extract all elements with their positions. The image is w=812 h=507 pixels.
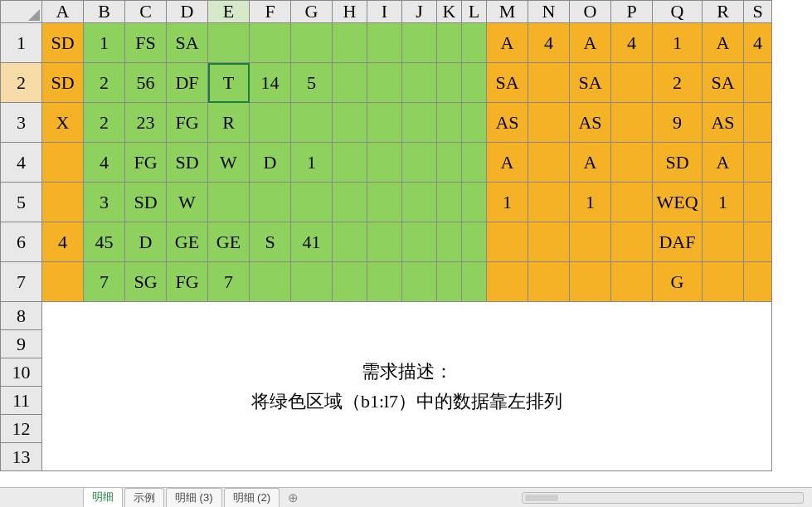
cell-R6[interactable]: [703, 222, 744, 262]
cell-N3[interactable]: [528, 103, 570, 143]
cell-S7[interactable]: [744, 262, 772, 302]
row-header-6[interactable]: 6: [1, 222, 42, 262]
col-header-H[interactable]: H: [333, 1, 367, 23]
col-header-B[interactable]: B: [84, 1, 125, 23]
cell-C2[interactable]: 56: [125, 63, 167, 103]
col-header-G[interactable]: G: [291, 1, 333, 23]
cell-F6[interactable]: S: [250, 222, 291, 262]
cell-H7[interactable]: [333, 262, 367, 302]
cell-M1[interactable]: A: [487, 23, 528, 63]
cell-G1[interactable]: [291, 23, 333, 63]
cell-I4[interactable]: [367, 143, 402, 183]
cell-J2[interactable]: [402, 63, 437, 103]
cell-I3[interactable]: [367, 103, 402, 143]
cell-L6[interactable]: [462, 222, 487, 262]
row-header-12[interactable]: 12: [1, 415, 42, 443]
row-header-11[interactable]: 11: [1, 387, 42, 415]
cell-Q5[interactable]: WEQ: [653, 183, 703, 222]
col-header-E[interactable]: E: [208, 1, 250, 23]
cell-M2[interactable]: SA: [487, 63, 528, 103]
col-header-M[interactable]: M: [487, 1, 528, 23]
cell-L7[interactable]: [462, 262, 487, 302]
cell-B1[interactable]: 1: [84, 23, 125, 63]
cell-H3[interactable]: [333, 103, 367, 143]
col-header-Q[interactable]: Q: [653, 1, 703, 23]
cell-P3[interactable]: [611, 103, 653, 143]
cell-L3[interactable]: [462, 103, 487, 143]
cell-E7[interactable]: 7: [208, 262, 250, 302]
row-header-8[interactable]: 8: [1, 302, 42, 330]
col-header-D[interactable]: D: [167, 1, 208, 23]
cell-E5[interactable]: [208, 183, 250, 222]
row-header-4[interactable]: 4: [1, 143, 42, 183]
cell-P4[interactable]: [611, 143, 653, 183]
cell-N5[interactable]: [528, 183, 570, 222]
cell-N1[interactable]: 4: [528, 23, 570, 63]
cell-F3[interactable]: [250, 103, 291, 143]
sheet-tab-1[interactable]: 示例: [124, 488, 164, 507]
cell-A6[interactable]: 4: [42, 222, 84, 262]
cell-H2[interactable]: [333, 63, 367, 103]
cell-I5[interactable]: [367, 183, 402, 222]
sheet-tab-3[interactable]: 明细 (2): [224, 488, 280, 507]
cell-J5[interactable]: [402, 183, 437, 222]
cell-B5[interactable]: 3: [84, 183, 125, 222]
cell-S1[interactable]: 4: [744, 23, 772, 63]
cell-F1[interactable]: [250, 23, 291, 63]
cell-F4[interactable]: D: [250, 143, 291, 183]
scrollbar-thumb[interactable]: [525, 495, 558, 501]
cell-G7[interactable]: [291, 262, 333, 302]
spreadsheet-grid[interactable]: ABCDEFGHIJKLMNOPQRS1SD1FSSAA4A41A42SD256…: [0, 0, 772, 471]
cell-G5[interactable]: [291, 183, 333, 222]
cell-Q7[interactable]: G: [653, 262, 703, 302]
cell-C1[interactable]: FS: [125, 23, 167, 63]
cell-L4[interactable]: [462, 143, 487, 183]
row-header-2[interactable]: 2: [1, 63, 42, 103]
cell-R1[interactable]: A: [703, 23, 744, 63]
cell-C4[interactable]: FG: [125, 143, 167, 183]
cell-D2[interactable]: DF: [167, 63, 208, 103]
col-header-A[interactable]: A: [42, 1, 84, 23]
cell-S2[interactable]: [744, 63, 772, 103]
cell-I2[interactable]: [367, 63, 402, 103]
cell-H5[interactable]: [333, 183, 367, 222]
cell-G4[interactable]: 1: [291, 143, 333, 183]
cell-J6[interactable]: [402, 222, 437, 262]
row-header-3[interactable]: 3: [1, 103, 42, 143]
cell-M5[interactable]: 1: [487, 183, 528, 222]
cell-I6[interactable]: [367, 222, 402, 262]
cell-Q1[interactable]: 1: [653, 23, 703, 63]
cell-K4[interactable]: [437, 143, 462, 183]
cell-A1[interactable]: SD: [42, 23, 84, 63]
cell-Q3[interactable]: 9: [653, 103, 703, 143]
sheet-tab-0[interactable]: 明细: [83, 487, 123, 507]
cell-D1[interactable]: SA: [167, 23, 208, 63]
select-all-corner[interactable]: [1, 1, 42, 23]
cell-J3[interactable]: [402, 103, 437, 143]
cell-M6[interactable]: [487, 222, 528, 262]
cell-D6[interactable]: GE: [167, 222, 208, 262]
col-header-F[interactable]: F: [250, 1, 291, 23]
cell-B2[interactable]: 2: [84, 63, 125, 103]
col-header-P[interactable]: P: [611, 1, 653, 23]
cell-S4[interactable]: [744, 143, 772, 183]
cell-G2[interactable]: 5: [291, 63, 333, 103]
cell-B7[interactable]: 7: [84, 262, 125, 302]
cell-A2[interactable]: SD: [42, 63, 84, 103]
cell-N6[interactable]: [528, 222, 570, 262]
cell-P2[interactable]: [611, 63, 653, 103]
cell-K6[interactable]: [437, 222, 462, 262]
cell-O1[interactable]: A: [570, 23, 611, 63]
cell-K5[interactable]: [437, 183, 462, 222]
cell-E6[interactable]: GE: [208, 222, 250, 262]
cell-N7[interactable]: [528, 262, 570, 302]
cell-S3[interactable]: [744, 103, 772, 143]
cell-N2[interactable]: [528, 63, 570, 103]
cell-G6[interactable]: 41: [291, 222, 333, 262]
cell-D5[interactable]: W: [167, 183, 208, 222]
cell-A4[interactable]: [42, 143, 84, 183]
col-header-C[interactable]: C: [125, 1, 167, 23]
cell-C6[interactable]: D: [125, 222, 167, 262]
row-header-10[interactable]: 10: [1, 358, 42, 387]
cell-R5[interactable]: 1: [703, 183, 744, 222]
